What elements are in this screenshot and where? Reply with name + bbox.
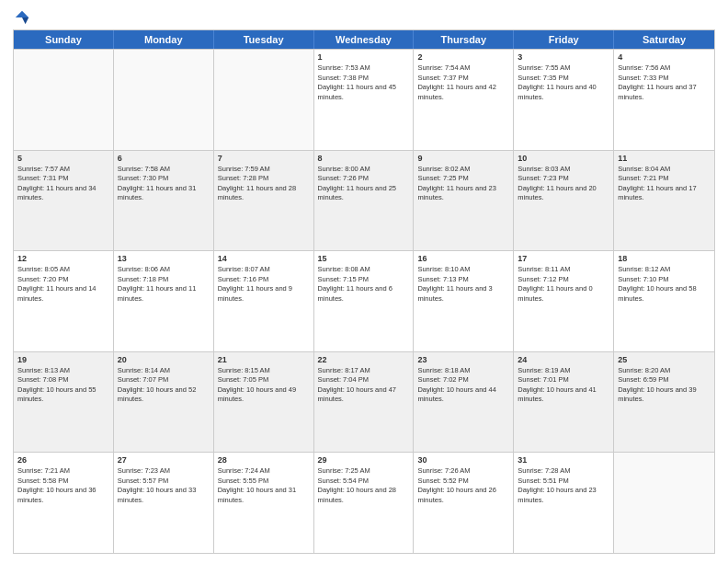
cal-cell: 15Sunrise: 8:08 AM Sunset: 7:15 PM Dayli… [314, 251, 415, 351]
cell-info: Sunrise: 7:56 AM Sunset: 7:33 PM Dayligh… [618, 63, 711, 102]
header-day-sunday: Sunday [14, 30, 114, 49]
day-number: 11 [618, 154, 711, 163]
cal-cell [114, 50, 214, 150]
day-number: 10 [518, 154, 609, 163]
week-row-4: 19Sunrise: 8:13 AM Sunset: 7:08 PM Dayli… [14, 351, 714, 453]
cal-cell: 7Sunrise: 7:59 AM Sunset: 7:28 PM Daylig… [214, 151, 314, 251]
day-number: 19 [17, 355, 109, 364]
cell-info: Sunrise: 8:12 AM Sunset: 7:10 PM Dayligh… [618, 265, 711, 304]
day-number: 17 [518, 254, 609, 263]
cell-info: Sunrise: 7:59 AM Sunset: 7:28 PM Dayligh… [218, 165, 310, 203]
logo-icon [14, 9, 30, 26]
day-number: 23 [417, 355, 509, 364]
cal-cell: 20Sunrise: 8:14 AM Sunset: 7:07 PM Dayli… [114, 352, 214, 453]
calendar-header: SundayMondayTuesdayWednesdayThursdayFrid… [14, 30, 714, 49]
day-number: 7 [218, 154, 310, 163]
logo [13, 9, 30, 22]
week-row-2: 5Sunrise: 7:57 AM Sunset: 7:31 PM Daylig… [14, 150, 714, 251]
cal-cell: 29Sunrise: 7:25 AM Sunset: 5:54 PM Dayli… [314, 453, 415, 553]
day-number: 14 [218, 254, 310, 263]
cell-info: Sunrise: 8:17 AM Sunset: 7:04 PM Dayligh… [318, 366, 410, 405]
day-number: 5 [17, 154, 109, 163]
cal-cell: 16Sunrise: 8:10 AM Sunset: 7:13 PM Dayli… [414, 251, 514, 351]
cal-cell: 19Sunrise: 8:13 AM Sunset: 7:08 PM Dayli… [14, 352, 114, 453]
week-row-5: 26Sunrise: 7:21 AM Sunset: 5:58 PM Dayli… [14, 452, 714, 553]
cal-cell: 2Sunrise: 7:54 AM Sunset: 7:37 PM Daylig… [414, 50, 514, 150]
cal-cell [614, 453, 714, 553]
cell-info: Sunrise: 8:06 AM Sunset: 7:18 PM Dayligh… [118, 265, 210, 304]
svg-marker-1 [22, 17, 28, 24]
day-number: 8 [318, 154, 410, 163]
day-number: 15 [318, 254, 410, 263]
cell-info: Sunrise: 8:11 AM Sunset: 7:12 PM Dayligh… [518, 265, 609, 304]
cell-info: Sunrise: 7:24 AM Sunset: 5:55 PM Dayligh… [218, 466, 310, 505]
cal-cell: 6Sunrise: 7:58 AM Sunset: 7:30 PM Daylig… [114, 151, 214, 251]
cell-info: Sunrise: 7:53 AM Sunset: 7:38 PM Dayligh… [318, 63, 410, 102]
day-number: 22 [318, 355, 410, 364]
week-row-1: 1Sunrise: 7:53 AM Sunset: 7:38 PM Daylig… [14, 49, 714, 150]
cell-info: Sunrise: 8:02 AM Sunset: 7:25 PM Dayligh… [417, 165, 509, 203]
week-row-3: 12Sunrise: 8:05 AM Sunset: 7:20 PM Dayli… [14, 250, 714, 351]
day-number: 27 [118, 455, 210, 465]
cell-info: Sunrise: 8:18 AM Sunset: 7:02 PM Dayligh… [417, 366, 509, 405]
cell-info: Sunrise: 7:26 AM Sunset: 5:52 PM Dayligh… [417, 466, 509, 505]
cal-cell: 23Sunrise: 8:18 AM Sunset: 7:02 PM Dayli… [414, 352, 514, 453]
cal-cell: 24Sunrise: 8:19 AM Sunset: 7:01 PM Dayli… [514, 352, 614, 453]
cell-info: Sunrise: 8:05 AM Sunset: 7:20 PM Dayligh… [17, 265, 109, 304]
day-number: 9 [417, 154, 509, 163]
calendar: SundayMondayTuesdayWednesdayThursdayFrid… [13, 29, 715, 554]
cell-info: Sunrise: 8:15 AM Sunset: 7:05 PM Dayligh… [218, 366, 310, 405]
day-number: 31 [518, 455, 609, 465]
cell-info: Sunrise: 8:00 AM Sunset: 7:26 PM Dayligh… [318, 165, 410, 203]
cal-cell: 3Sunrise: 7:55 AM Sunset: 7:35 PM Daylig… [514, 50, 614, 150]
day-number: 24 [518, 355, 609, 364]
cal-cell: 17Sunrise: 8:11 AM Sunset: 7:12 PM Dayli… [514, 251, 614, 351]
day-number: 30 [417, 455, 509, 465]
cal-cell: 5Sunrise: 7:57 AM Sunset: 7:31 PM Daylig… [14, 151, 114, 251]
cal-cell: 22Sunrise: 8:17 AM Sunset: 7:04 PM Dayli… [314, 352, 415, 453]
cal-cell: 27Sunrise: 7:23 AM Sunset: 5:57 PM Dayli… [114, 453, 214, 553]
cal-cell: 28Sunrise: 7:24 AM Sunset: 5:55 PM Dayli… [214, 453, 314, 553]
day-number: 1 [318, 52, 410, 62]
cal-cell: 31Sunrise: 7:28 AM Sunset: 5:51 PM Dayli… [514, 453, 614, 553]
cal-cell: 13Sunrise: 8:06 AM Sunset: 7:18 PM Dayli… [114, 251, 214, 351]
day-number: 16 [417, 254, 509, 263]
cell-info: Sunrise: 8:07 AM Sunset: 7:16 PM Dayligh… [218, 265, 310, 304]
cal-cell: 26Sunrise: 7:21 AM Sunset: 5:58 PM Dayli… [14, 453, 114, 553]
day-number: 2 [417, 52, 509, 62]
cal-cell: 18Sunrise: 8:12 AM Sunset: 7:10 PM Dayli… [614, 251, 714, 351]
cal-cell: 4Sunrise: 7:56 AM Sunset: 7:33 PM Daylig… [614, 50, 714, 150]
cell-info: Sunrise: 7:54 AM Sunset: 7:37 PM Dayligh… [417, 63, 509, 102]
header-day-thursday: Thursday [414, 30, 514, 49]
cell-info: Sunrise: 8:08 AM Sunset: 7:15 PM Dayligh… [318, 265, 410, 304]
cal-cell: 1Sunrise: 7:53 AM Sunset: 7:38 PM Daylig… [314, 50, 415, 150]
cal-cell: 25Sunrise: 8:20 AM Sunset: 6:59 PM Dayli… [614, 352, 714, 453]
day-number: 18 [618, 254, 711, 263]
day-number: 4 [618, 52, 711, 62]
calendar-body: 1Sunrise: 7:53 AM Sunset: 7:38 PM Daylig… [14, 49, 714, 553]
header [13, 9, 715, 22]
cal-cell: 12Sunrise: 8:05 AM Sunset: 7:20 PM Dayli… [14, 251, 114, 351]
cell-info: Sunrise: 8:20 AM Sunset: 6:59 PM Dayligh… [618, 366, 711, 405]
cell-info: Sunrise: 7:55 AM Sunset: 7:35 PM Dayligh… [518, 63, 609, 102]
day-number: 12 [17, 254, 109, 263]
header-day-wednesday: Wednesday [314, 30, 415, 49]
svg-marker-0 [16, 11, 28, 17]
header-day-monday: Monday [114, 30, 214, 49]
cal-cell: 10Sunrise: 8:03 AM Sunset: 7:23 PM Dayli… [514, 151, 614, 251]
cell-info: Sunrise: 7:28 AM Sunset: 5:51 PM Dayligh… [518, 466, 609, 505]
header-day-friday: Friday [514, 30, 614, 49]
cell-info: Sunrise: 7:57 AM Sunset: 7:31 PM Dayligh… [17, 165, 109, 203]
cell-info: Sunrise: 8:14 AM Sunset: 7:07 PM Dayligh… [118, 366, 210, 405]
day-number: 29 [318, 455, 410, 465]
page: SundayMondayTuesdayWednesdayThursdayFrid… [0, 0, 728, 563]
day-number: 21 [218, 355, 310, 364]
cal-cell: 8Sunrise: 8:00 AM Sunset: 7:26 PM Daylig… [314, 151, 415, 251]
cell-info: Sunrise: 7:23 AM Sunset: 5:57 PM Dayligh… [118, 466, 210, 505]
header-day-tuesday: Tuesday [214, 30, 314, 49]
cell-info: Sunrise: 7:58 AM Sunset: 7:30 PM Dayligh… [118, 165, 210, 203]
day-number: 26 [17, 455, 109, 465]
day-number: 3 [518, 52, 609, 62]
cell-info: Sunrise: 8:03 AM Sunset: 7:23 PM Dayligh… [518, 165, 609, 203]
cal-cell: 21Sunrise: 8:15 AM Sunset: 7:05 PM Dayli… [214, 352, 314, 453]
